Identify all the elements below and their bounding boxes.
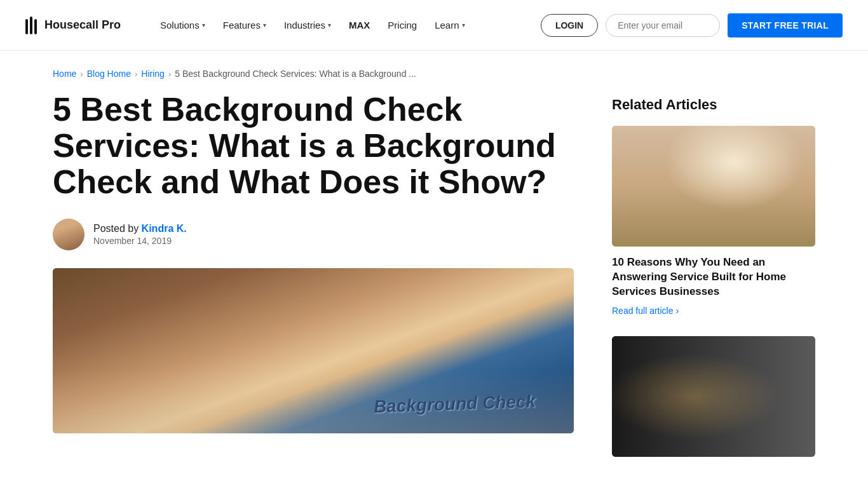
related-card-image-1 [612, 126, 815, 247]
breadcrumb-sep: › [80, 69, 83, 79]
header-actions: LOGIN START FREE TRIAL [541, 13, 843, 37]
svg-rect-5 [621, 135, 698, 137]
nav-learn[interactable]: Learn ▾ [427, 15, 472, 36]
svg-point-36 [735, 373, 756, 395]
svg-rect-6 [621, 145, 698, 147]
svg-rect-25 [621, 336, 806, 457]
svg-rect-12 [660, 208, 806, 218]
svg-point-27 [691, 362, 717, 387]
email-field[interactable] [606, 14, 720, 37]
logo-text: Housecall Pro [44, 18, 121, 32]
breadcrumb-sep: › [135, 69, 137, 79]
svg-rect-9 [621, 173, 698, 175]
avatar [53, 219, 85, 250]
breadcrumb-sep: › [168, 69, 171, 79]
logo[interactable]: Housecall Pro [25, 17, 127, 34]
logo-icon [25, 17, 39, 34]
breadcrumb-home[interactable]: Home [53, 69, 76, 79]
author-prefix: Posted by [93, 223, 139, 234]
svg-rect-14 [695, 167, 752, 205]
svg-rect-13 [691, 164, 755, 208]
svg-rect-0 [25, 19, 28, 34]
card-image-woman-at-computer [612, 126, 815, 247]
chevron-down-icon: ▾ [328, 22, 331, 29]
posted-by-label: Posted by Kindra K. [93, 223, 187, 234]
breadcrumb-hiring[interactable]: Hiring [141, 69, 165, 79]
breadcrumb-blog[interactable]: Blog Home [87, 69, 131, 79]
svg-point-28 [690, 363, 718, 373]
svg-point-38 [737, 377, 754, 396]
card-svg-2 [612, 336, 815, 457]
trial-button[interactable]: START FREE TRIAL [728, 13, 843, 37]
svg-rect-1 [30, 17, 32, 34]
chevron-down-icon: ▾ [263, 22, 266, 29]
chevron-down-icon: ▾ [462, 22, 465, 29]
svg-rect-26 [621, 336, 806, 457]
related-card-image-2 [612, 336, 815, 457]
svg-point-20 [728, 144, 756, 165]
author-link[interactable]: Kindra K. [142, 223, 187, 234]
svg-rect-8 [621, 164, 698, 166]
svg-rect-10 [621, 183, 698, 185]
article: 5 Best Background Check Services: What i… [53, 92, 574, 477]
svg-rect-24 [717, 194, 739, 202]
hero-content: Background Check [53, 268, 574, 433]
svg-rect-23 [729, 183, 755, 215]
card-svg-1 [612, 126, 815, 247]
svg-point-37 [735, 370, 756, 386]
svg-rect-16 [704, 217, 742, 219]
nav-max[interactable]: MAX [341, 15, 377, 36]
svg-rect-32 [705, 377, 711, 382]
svg-rect-7 [621, 154, 698, 156]
post-date: November 14, 2019 [93, 236, 187, 246]
author-info: Posted by Kindra K. November 14, 2019 [93, 223, 187, 246]
chevron-down-icon: ▾ [202, 22, 205, 29]
article-title: 5 Best Background Check Services: What i… [53, 92, 574, 201]
svg-rect-11 [621, 193, 698, 194]
svg-rect-29 [690, 363, 718, 369]
svg-rect-21 [731, 161, 736, 180]
breadcrumb-current: 5 Best Background Check Services: What i… [175, 69, 416, 79]
svg-rect-39 [735, 395, 757, 433]
svg-rect-2 [34, 19, 37, 34]
sidebar: Related Articles [612, 92, 815, 477]
svg-rect-15 [717, 208, 729, 218]
svg-rect-22 [752, 161, 757, 177]
related-card-1: 10 Reasons Why You Need an Answering Ser… [612, 126, 815, 316]
main-nav: Solutions ▾ Features ▾ Industries ▾ MAX … [153, 15, 526, 36]
svg-rect-4 [621, 126, 698, 247]
avatar-image [53, 219, 85, 250]
svg-point-18 [728, 154, 756, 186]
author-row: Posted by Kindra K. November 14, 2019 [53, 219, 574, 250]
breadcrumb: Home › Blog Home › Hiring › 5 Best Backg… [53, 51, 815, 92]
svg-rect-17 [685, 210, 736, 215]
main-container: Home › Blog Home › Hiring › 5 Best Backg… [27, 51, 841, 488]
header: Housecall Pro Solutions ▾ Features ▾ Ind… [0, 0, 868, 51]
nav-solutions[interactable]: Solutions ▾ [153, 15, 213, 36]
nav-industries[interactable]: Industries ▾ [276, 15, 339, 36]
related-articles-title: Related Articles [612, 97, 815, 113]
card-image-workers [612, 336, 815, 457]
svg-rect-3 [621, 126, 806, 247]
svg-point-19 [731, 148, 754, 173]
nav-pricing[interactable]: Pricing [380, 15, 424, 36]
related-card-title-1: 10 Reasons Why You Need an Answering Ser… [612, 255, 815, 299]
svg-rect-31 [696, 377, 703, 382]
content-grid: 5 Best Background Check Services: What i… [53, 92, 815, 488]
related-card-2 [612, 336, 815, 457]
svg-rect-35 [695, 393, 704, 398]
login-button[interactable]: LOGIN [541, 14, 598, 37]
article-hero-image: Background Check [53, 268, 574, 433]
svg-point-30 [694, 368, 714, 391]
svg-rect-34 [691, 390, 718, 434]
read-more-link-1[interactable]: Read full article › [612, 306, 815, 316]
hero-text: Background Check [373, 391, 536, 417]
nav-features[interactable]: Features ▾ [215, 15, 274, 36]
